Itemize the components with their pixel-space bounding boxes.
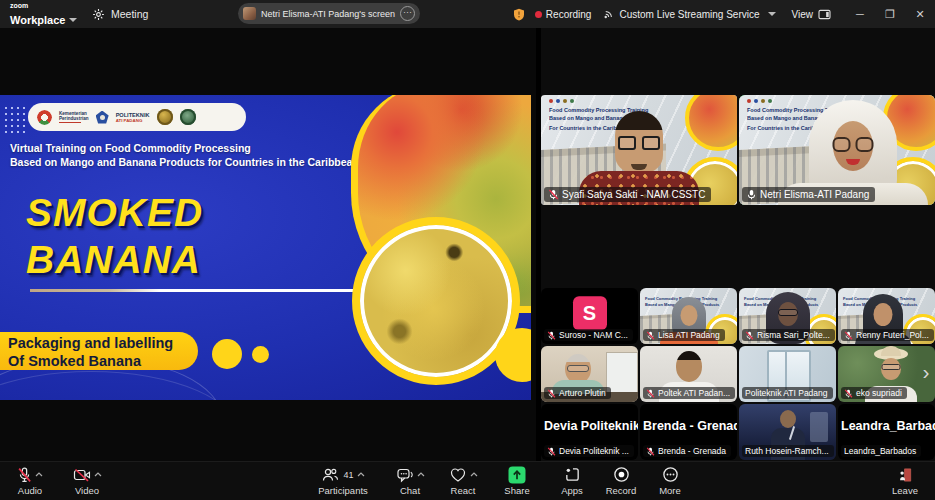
view-layout-icon	[818, 9, 831, 20]
muted-mic-icon	[646, 389, 655, 398]
chat-button[interactable]: Chat	[388, 465, 432, 496]
video-tile-risma[interactable]: Food Commodity Processing Training Based…	[739, 288, 836, 344]
video-tile-arturo[interactable]: Arturo Plutin	[541, 346, 638, 402]
participant-name-chip: Suroso - NAM C...	[544, 329, 633, 341]
meeting-tab-label: Meeting	[111, 8, 148, 20]
view-button[interactable]: View	[792, 9, 832, 20]
tab-meeting[interactable]: Meeting	[92, 0, 148, 28]
participant-name-chip: Devia Politeknik ...	[544, 445, 634, 457]
avatar-initial: S	[573, 296, 607, 330]
apps-icon	[564, 466, 581, 483]
chevron-up-icon[interactable]	[35, 472, 43, 477]
slide-logo-banner: Kementerian Perindustrian POLITEKNIK ATI…	[28, 103, 246, 131]
presentation-slide: Kementerian Perindustrian POLITEKNIK ATI…	[0, 95, 531, 400]
chevron-up-icon[interactable]	[94, 472, 102, 477]
chat-icon	[396, 467, 414, 483]
video-tile-renny[interactable]: Food Commodity Processing Training Based…	[838, 288, 935, 344]
video-tile-syafi[interactable]: Food Commodity Processing Training Based…	[541, 95, 737, 205]
video-tile-lisa[interactable]: Food Commodity Processing Training Based…	[640, 288, 737, 344]
participant-name: Syafi Satya Sakti - NAM CSSTC	[562, 189, 705, 200]
participant-big-name: Leandra_Barbad...	[841, 419, 935, 433]
glasses-icon	[567, 365, 589, 372]
yellow-dot-large	[212, 339, 242, 369]
heart-react-icon	[449, 467, 467, 483]
record-button[interactable]: Record	[598, 465, 644, 496]
more-button[interactable]: More	[650, 465, 690, 496]
video-tile-politeknik[interactable]: Politeknik ATI Padang	[739, 346, 836, 402]
gold-seal-logo-icon	[157, 109, 173, 125]
muted-mic-icon	[646, 331, 655, 340]
zoom-workplace-logo[interactable]: zoom Workplace	[10, 2, 77, 28]
window-close-button[interactable]: ✕	[905, 0, 935, 28]
participant-name-chip: Syafi Satya Sakti - NAM CSSTC	[544, 187, 711, 202]
ministry-logo-underline	[59, 122, 81, 124]
participant-name-chip: Netri Elisma-ATI Padang	[742, 187, 875, 202]
topbar-right: Recording Custom Live Streaming Service …	[513, 0, 935, 28]
topbar: zoom Workplace Meeting Netri Elisma-ATI …	[0, 0, 935, 28]
ministry-logo-text: Kementerian Perindustrian	[59, 111, 89, 124]
recording-dot-icon	[535, 11, 542, 18]
participants-button[interactable]: 41 Participants	[308, 465, 378, 496]
muted-mic-icon	[547, 331, 556, 340]
participant-name-chip: Leandra_Barbados	[841, 445, 921, 457]
record-icon	[613, 466, 630, 483]
video-tile-poltek[interactable]: Poltek ATI Padan...	[640, 346, 737, 402]
share-screen-icon	[508, 466, 526, 484]
workplace-logo-text: Workplace	[10, 15, 65, 26]
video-tile-devia[interactable]: Devia Politeknik... Devia Politeknik ...	[541, 404, 638, 460]
participant-name: Netri Elisma-ATI Padang	[760, 189, 869, 200]
muted-mic-icon	[547, 447, 556, 456]
recording-indicator[interactable]: Recording	[535, 9, 592, 20]
share-label: Share	[504, 485, 529, 496]
record-label: Record	[606, 485, 637, 496]
video-tile-ruth[interactable]: Ruth Hosein-Ramch...	[739, 404, 836, 460]
video-button[interactable]: Video	[62, 465, 112, 496]
window-minimize-button[interactable]: ─	[845, 0, 875, 28]
presenter-avatar	[243, 7, 256, 20]
participant-name-chip: eko supriadi	[841, 387, 907, 399]
react-button[interactable]: React	[440, 465, 486, 496]
video-tile-brenda[interactable]: Brenda - Grenada Brenda - Grenada	[640, 404, 737, 460]
window-restore-button[interactable]: ❐	[875, 0, 905, 28]
slide-dot-pattern	[3, 105, 28, 135]
chevron-up-icon[interactable]	[417, 472, 425, 477]
audio-label: Audio	[18, 485, 42, 496]
gallery-row-2: Arturo Plutin Poltek ATI Padan... Polite…	[541, 346, 935, 402]
share-button[interactable]: Share	[496, 465, 538, 496]
speaker-tiles-row: Food Commodity Processing Training Based…	[541, 95, 935, 205]
security-shield-icon[interactable]	[513, 8, 525, 21]
glasses-icon	[778, 309, 798, 316]
participant-name-chip: Poltek ATI Padan...	[643, 387, 735, 399]
apps-button[interactable]: Apps	[552, 465, 592, 496]
gallery-row-1: S Suroso - NAM C... Food Commodity Proce…	[541, 288, 935, 344]
video-tile-netri-active-speaker[interactable]: Food Commodity Processing Training Based…	[739, 95, 935, 205]
chevron-up-icon[interactable]	[357, 472, 365, 477]
participant-name-chip: Renny Futeri_Pol...	[841, 329, 934, 341]
video-tile-leandra[interactable]: Leandra_Barbad... Leandra_Barbados	[838, 404, 935, 460]
muted-mic-icon	[844, 389, 853, 398]
screen-share-tab[interactable]: Netri Elisma-ATI Padang's screen ···	[238, 3, 420, 24]
slide-subtitle: Virtual Training on Food Commodity Proce…	[10, 141, 397, 169]
chevron-down-icon[interactable]	[69, 18, 77, 22]
glasses-icon	[618, 136, 660, 150]
chevron-up-icon[interactable]	[470, 472, 478, 477]
mic-icon	[746, 189, 757, 200]
more-ellipsis-icon	[662, 466, 679, 483]
hat-icon	[881, 346, 901, 356]
streaming-label: Custom Live Streaming Service	[619, 9, 759, 20]
glasses-icon	[882, 364, 901, 370]
live-streaming-menu[interactable]: Custom Live Streaming Service	[603, 9, 775, 20]
leave-door-icon	[897, 467, 914, 483]
broadcast-icon	[603, 9, 615, 20]
video-tile-suroso[interactable]: S Suroso - NAM C...	[541, 288, 638, 344]
participant-big-name: Brenda - Grenada	[643, 419, 737, 433]
participants-label: Participants	[318, 485, 368, 496]
audio-button[interactable]: Audio	[6, 465, 54, 496]
slide-title: SMOKED BANANA	[26, 189, 203, 283]
glasses-icon	[832, 137, 873, 152]
decor-wave-line	[0, 371, 242, 400]
participant-name-chip: Lisa ATI Padang	[643, 329, 725, 341]
leave-button[interactable]: Leave	[881, 465, 929, 496]
gallery-next-page-chevron[interactable]: ›	[918, 358, 934, 388]
tab-options-ellipsis-icon[interactable]: ···	[400, 6, 415, 21]
